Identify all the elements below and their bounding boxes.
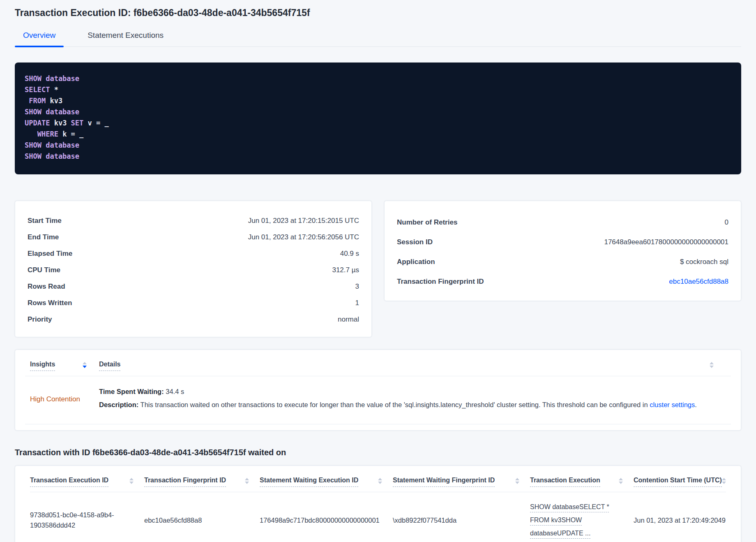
- description-text: This transaction waited on other transac…: [141, 401, 648, 408]
- execution-stats-card: Start Time Jun 01, 2023 at 17:20:15:2015…: [15, 201, 372, 337]
- insights-table-card: Insights Details High Contention Time Sp…: [15, 350, 741, 431]
- stat-label: End Time: [28, 233, 59, 241]
- waited-on-table-header: Transaction Execution ID Transaction Fin…: [30, 466, 726, 492]
- waiting-time-label: Time Spent Waiting:: [99, 388, 164, 395]
- stat-value: Jun 01, 2023 at 17:20:15:2015 UTC: [248, 217, 359, 225]
- stat-value: 1: [355, 299, 359, 307]
- stat-label: Session ID: [397, 238, 433, 246]
- stat-row-session-id: Session ID 17648a9eea6017800000000000000…: [397, 232, 728, 252]
- sort-icon[interactable]: [710, 361, 714, 368]
- stat-row-application: Application $ cockroach sql: [397, 252, 728, 272]
- column-header-transaction-execution-id: Transaction Execution ID: [30, 477, 144, 487]
- table-row: 9738d051-bc0e-4158-a9b4-1903586ddd42 ebc…: [30, 492, 726, 542]
- stat-label: Priority: [28, 315, 52, 324]
- column-header-transaction-fingerprint-id: Transaction Fingerprint ID: [144, 477, 260, 487]
- waited-on-table-card: Transaction Execution ID Transaction Fin…: [15, 466, 741, 542]
- insight-row: High Contention Time Spent Waiting: 34.4…: [25, 376, 731, 424]
- column-header-statement-waiting-fingerprint-id: Statement Waiting Fingerprint ID: [393, 477, 530, 487]
- session-info-card: Number of Retries 0 Session ID 17648a9ee…: [384, 201, 741, 301]
- sort-icon[interactable]: [515, 477, 519, 484]
- stat-value: 0: [725, 218, 728, 227]
- stat-value: 312.7 µs: [332, 266, 359, 274]
- tab-overview[interactable]: Overview: [15, 31, 64, 46]
- cell-transaction-fingerprint-id: ebc10ae56cfd88a8: [144, 515, 260, 526]
- cluster-settings-link[interactable]: cluster settings: [650, 401, 695, 408]
- cell-statement-waiting-fingerprint-id: \xdb8922f077541dda: [393, 515, 530, 526]
- sort-icon[interactable]: [245, 477, 249, 484]
- stat-value: Jun 01, 2023 at 17:20:56:2056 UTC: [248, 233, 359, 241]
- transaction-execution-details-page: Transaction Execution ID: f6be6366-da03-…: [0, 0, 756, 542]
- column-header-contention-start-time: Contention Start Time (UTC): [634, 477, 726, 487]
- stat-row-number-of-retries: Number of Retries 0: [397, 213, 728, 232]
- tab-bar: Overview Statement Executions: [15, 31, 741, 47]
- stat-label: Application: [397, 258, 435, 266]
- stat-label: Transaction Fingerprint ID: [397, 278, 484, 286]
- stat-row-cpu-time: CPU Time 312.7 µs: [28, 262, 359, 278]
- tab-statement-executions[interactable]: Statement Executions: [79, 31, 172, 46]
- sort-icon[interactable]: [378, 477, 382, 484]
- page-title: Transaction Execution ID: f6be6366-da03-…: [15, 7, 741, 19]
- sql-statements-box: SHOW databaseSELECT * FROM kv3SHOW datab…: [15, 63, 741, 174]
- sort-icon[interactable]: [129, 477, 134, 484]
- stat-value: 17648a9eea6017800000000000000001: [604, 238, 728, 246]
- insights-column-header: Insights: [30, 361, 55, 371]
- insight-details: Time Spent Waiting: 34.4 s Description: …: [99, 386, 697, 412]
- description-label: Description:: [99, 401, 138, 408]
- stat-label: Elapsed Time: [28, 250, 72, 258]
- sort-icon[interactable]: [83, 361, 87, 368]
- column-header-statement-waiting-execution-id: Statement Waiting Execution ID: [260, 477, 393, 487]
- stat-label: Number of Retries: [397, 218, 457, 227]
- stat-value: 40.9 s: [340, 250, 359, 258]
- stat-value: $ cockroach sql: [680, 258, 728, 266]
- insight-type-badge: High Contention: [30, 395, 87, 403]
- sort-icon[interactable]: [619, 477, 623, 484]
- transaction-fingerprint-link[interactable]: ebc10ae56cfd88a8: [669, 278, 728, 286]
- stat-row-transaction-fingerprint-id: Transaction Fingerprint ID ebc10ae56cfd8…: [397, 272, 728, 292]
- details-column-header: Details: [99, 361, 120, 371]
- stat-label: Start Time: [28, 217, 62, 225]
- stat-row-end-time: End Time Jun 01, 2023 at 17:20:56:2056 U…: [28, 229, 359, 246]
- cell-statement-waiting-execution-id: 176498a9c717bdc80000000000000001: [260, 515, 393, 526]
- stat-label: CPU Time: [28, 266, 60, 274]
- stat-label: Rows Read: [28, 283, 65, 291]
- waiting-time-value: 34.4 s: [166, 388, 184, 395]
- transaction-execution-link[interactable]: SHOW databaseSELECT * FROM kv3SHOW datab…: [530, 500, 634, 540]
- stat-value: normal: [338, 315, 359, 324]
- cell-transaction-execution-id: 9738d051-bc0e-4158-a9b4-1903586ddd42: [30, 510, 144, 530]
- stat-row-priority: Priority normal: [28, 311, 359, 328]
- stat-row-start-time: Start Time Jun 01, 2023 at 17:20:15:2015…: [28, 213, 359, 229]
- stat-row-rows-read: Rows Read 3: [28, 278, 359, 295]
- column-header-transaction-execution: Transaction Execution: [530, 477, 634, 487]
- waited-on-heading: Transaction with ID f6be6366-da03-48de-a…: [15, 448, 741, 457]
- stat-label: Rows Written: [28, 299, 72, 307]
- insights-table-header: Insights Details: [25, 350, 731, 376]
- sort-icon[interactable]: [722, 477, 726, 484]
- stat-value: 3: [355, 283, 359, 291]
- stat-row-rows-written: Rows Written 1: [28, 295, 359, 311]
- summary-cards-row: Start Time Jun 01, 2023 at 17:20:15:2015…: [15, 201, 741, 337]
- stat-row-elapsed-time: Elapsed Time 40.9 s: [28, 246, 359, 262]
- description-suffix: .: [695, 401, 697, 408]
- cell-contention-start-time: Jun 01, 2023 at 17:20:49:2049: [634, 515, 726, 526]
